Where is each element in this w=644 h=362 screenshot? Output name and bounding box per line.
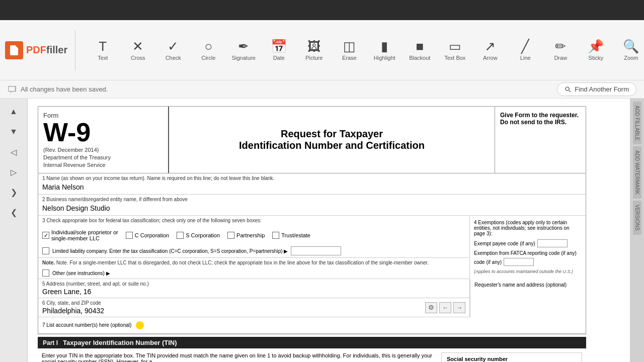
checkbox-individual-label: Individual/sole proprietor orsingle-memb… [51,229,118,241]
sidebar-nav-down[interactable]: ▼ [4,123,24,141]
sticky-icon: 📌 [588,40,604,53]
tin-text: Enter your TIN in the appropriate box. T… [42,352,441,362]
field3-col: 3 Check appropriate box for federal tax … [38,216,470,279]
picture-label: Picture [305,55,323,61]
check-icon: ✓ [168,40,179,53]
right-tab-versions[interactable]: VERSIONS [633,201,641,235]
llc-input[interactable] [291,246,341,255]
erase-label: Erase [342,55,357,61]
tool-sticky[interactable]: 📌 Sticky [579,28,613,73]
left-sidebar: ▲ ▼ ◁ ▷ ❯ ❮ [0,99,28,362]
sidebar-chevron-left[interactable]: ❮ [4,203,24,221]
cross-label: Cross [131,55,145,61]
field2-value[interactable]: Nelson Design Studio [42,203,582,213]
chat-icon [8,85,17,94]
llc-checkbox[interactable] [42,247,49,254]
textbox-label: Text Box [444,55,465,61]
right-sidebar: ADD FILLABLE ADD WATERMARK VERSIONS [630,99,644,362]
fatca-input[interactable] [504,258,534,266]
saved-status: All changes have been saved. [21,85,108,93]
tool-draw[interactable]: ✏ Draw [543,28,578,73]
settings-btn[interactable]: ⚙ [425,302,437,313]
checkbox-trust[interactable]: Trust/estate [272,232,310,239]
field5-value[interactable]: Green Lane, 16 [42,288,149,296]
logo-text: PDFfiller [26,44,67,56]
cross-icon: ✕ [132,40,143,53]
sidebar-nav-right[interactable]: ▷ [4,163,24,181]
llc-row: Limited liability company. Enter the tax… [38,244,469,258]
checkbox-s-corp[interactable]: S Corporation [177,232,220,239]
field1-value[interactable]: Maria Nelson [42,182,582,192]
tool-arrow[interactable]: ↗ Arrow [473,28,507,73]
checkbox-c-corp[interactable]: C Corporation [126,232,169,239]
tool-line[interactable]: ╱ Line [508,28,542,73]
tool-picture[interactable]: 🖼 Picture [297,28,331,73]
tool-highlight[interactable]: ▮ Highlight [367,28,401,73]
form-irs: Internal Revenue Service [43,162,163,168]
field1-row: 1 Name (as shown on your income tax retu… [38,173,586,195]
logo-area: PDFfiller [5,30,75,70]
text-label: Text [98,55,108,61]
exempt-payee-input[interactable] [537,239,568,247]
field6-value[interactable]: Philadelphia, 90432 [42,307,104,315]
part1-title: Taxpayer Identification Number (TIN) [63,339,177,346]
checkbox-partnership-box[interactable] [227,232,234,239]
check-label: Check [166,55,181,61]
other-checkbox[interactable] [42,269,49,277]
right-tab-fillable[interactable]: ADD FILLABLE [633,102,641,144]
sidebar-nav-left[interactable]: ◁ [4,143,24,161]
tool-cross[interactable]: ✕ Cross [121,28,155,73]
field1-label: 1 Name (as shown on your income tax retu… [42,175,582,181]
field6-label: 6 City, state, and ZIP code [42,300,104,306]
tool-check[interactable]: ✓ Check [156,28,190,73]
find-another-form-button[interactable]: Find Another Form [557,82,636,96]
blackout-label: Blackout [409,55,430,61]
tool-circle[interactable]: ○ Circle [191,28,225,73]
checkbox-trust-box[interactable] [272,232,279,239]
form-dept: Department of the Treasury [43,154,163,160]
tin-text-area: Enter your TIN in the appropriate box. T… [42,352,441,362]
zoom-label: Zoom [624,55,638,61]
erase-icon: ◫ [343,40,356,53]
requester-label: Requester's name and address (optional) [474,282,567,288]
sidebar-chevron-right[interactable]: ❯ [4,183,24,201]
tool-zoom[interactable]: 🔍 Zoom [614,28,644,73]
checkbox-trust-label: Trust/estate [281,232,310,238]
field6-left: 6 City, state, and ZIP code Philadelphia… [42,300,104,315]
textbox-icon: ▭ [449,40,461,53]
field3-field4-row: 3 Check appropriate box for federal tax … [38,216,586,279]
tool-erase[interactable]: ◫ Erase [332,28,366,73]
form-content: Form W-9 (Rev. December 2014) Department… [28,99,630,362]
tool-blackout[interactable]: ■ Blackout [403,28,437,73]
tool-date[interactable]: 📅 Date [262,28,296,73]
next-btn[interactable]: → [453,302,465,313]
checkbox-individual[interactable]: Individual/sole proprietor orsingle-memb… [42,229,118,241]
w9-form: Form W-9 (Rev. December 2014) Department… [28,99,596,362]
tool-text[interactable]: T Text [86,28,120,73]
zoom-icon: 🔍 [623,40,639,53]
tool-signature[interactable]: ✒ Signature [226,28,261,73]
tool-textbox[interactable]: ▭ Text Box [438,28,472,73]
yellow-dot [136,321,144,329]
date-icon: 📅 [271,40,287,53]
prev-btn[interactable]: ← [439,302,451,313]
sticky-label: Sticky [589,55,603,61]
other-row: Other (see instructions) ▶ [38,267,469,279]
status-bar: All changes have been saved. Find Anothe… [0,80,644,99]
sidebar-nav-up[interactable]: ▲ [4,103,24,121]
checkbox-c-corp-box[interactable] [126,232,133,239]
search-icon [565,86,572,93]
form-header-left: Form W-9 (Rev. December 2014) Department… [38,107,169,173]
right-tab-watermark[interactable]: ADD WATERMARK [633,146,641,199]
form-rev-date: (Rev. December 2014) [43,147,163,153]
field5-requester-row: 5 Address (number, street, and apt. or s… [38,279,586,317]
highlight-label: Highlight [374,55,395,61]
form-header-right: Give Form to the requester. Do not send … [495,107,586,173]
field7-row: 7 List account number(s) here (optional) [38,317,586,334]
checkbox-partnership[interactable]: Partnership [227,232,265,239]
checkbox-s-corp-box[interactable] [177,232,184,239]
logo-icon [5,41,23,59]
draw-icon: ✏ [555,40,566,53]
checkbox-s-corp-label: S Corporation [186,232,220,238]
checkbox-individual-box[interactable] [42,232,49,239]
